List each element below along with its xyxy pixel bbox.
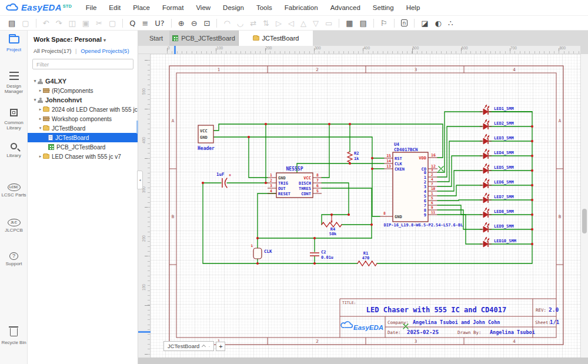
sidebar-item-recycle-bin[interactable]: Recycle Bin <box>0 328 28 345</box>
sidebar-item-design-manager[interactable]: Design Manager <box>0 72 28 94</box>
zoom-in-icon[interactable]: ⊕ <box>178 19 185 27</box>
tree-collapsed-icon[interactable]: ▸ <box>38 107 43 112</box>
vertical-scrollbar <box>580 54 588 358</box>
net-search-icon[interactable]: ≡ <box>142 19 148 27</box>
tree-item-workshop-components[interactable]: ▸Workshop components <box>28 114 138 123</box>
component-r2[interactable]: R21k <box>348 151 359 162</box>
svg-text:LED4_5MM: LED4_5MM <box>494 151 514 155</box>
menu-tools[interactable]: Tools <box>256 4 272 11</box>
folder-icon <box>253 36 259 41</box>
svg-text:LED Chaser with 555 IC and CD4: LED Chaser with 555 IC and CD4017 <box>366 306 506 314</box>
folder-icon <box>43 126 49 131</box>
align-bottom-icon: ▽ <box>313 19 319 27</box>
ruler-cursor-v <box>138 331 151 333</box>
lcsc-badge-icon: LCSC <box>8 183 21 191</box>
h-ruler-label: 100 <box>216 46 223 50</box>
workspace-selector[interactable]: Work Space: Personal ▾ <box>34 36 138 43</box>
schematic-canvas[interactable]: 11223344AABBVCCGNDHeader1uF+NE555P1GND2T… <box>151 54 580 358</box>
sheet-tab-jctestboard[interactable]: JCTestBoard · <box>163 341 214 351</box>
menu-items: File Edit Place Format View Design Tools… <box>86 4 420 11</box>
sidebar-item-jlcpcb[interactable]: JLC JLCPCB <box>0 215 28 233</box>
share-icon[interactable]: ∴ <box>448 19 453 27</box>
component-c2[interactable]: C20.01u <box>310 250 333 260</box>
tree-item-g4lxy[interactable]: ▾G4LXY <box>28 76 138 86</box>
svg-text:LED5_5MM: LED5_5MM <box>494 165 514 170</box>
chevron-up-icon[interactable] <box>202 345 206 349</box>
tree-collapsed-icon[interactable]: ▸ <box>38 154 43 159</box>
menu-help[interactable]: Help <box>406 4 420 11</box>
panel-collapse-handle[interactable]: ◂ <box>137 171 143 189</box>
tree-expanded-icon[interactable]: ▾ <box>32 98 38 102</box>
image-export-icon[interactable]: ▦ <box>346 19 353 27</box>
menu-advanced[interactable]: Advanced <box>330 4 360 11</box>
sidebar-item-support[interactable]: ? Support <box>0 249 28 266</box>
toolbar-separator <box>122 19 123 28</box>
sidebar-item-lcsc-parts[interactable]: LCSC LCSC Parts <box>0 180 28 198</box>
tree-item--r-components[interactable]: ▸(R)Components <box>28 86 138 95</box>
theme-icon[interactable]: ◐ <box>435 19 442 27</box>
tree-item-2024-old-led-chaser-with-555-jc[interactable]: ▸2024 old LED Chaser with 555 jc <box>28 105 138 114</box>
vertical-scrollbar-thumb[interactable] <box>582 209 587 233</box>
save-icon[interactable]: ▤ <box>8 19 15 27</box>
all-projects-link[interactable]: All Projects(17) <box>34 48 71 54</box>
pcb-icon <box>172 35 178 41</box>
menu-file[interactable]: File <box>86 4 97 11</box>
svg-text:CKEN: CKEN <box>395 167 405 172</box>
menubar: EasyEDA STD File Edit Place Format View … <box>0 0 588 16</box>
trash-icon <box>10 328 18 336</box>
tab-pcb-jctestboard[interactable]: PCB_JCTestBoard <box>169 31 239 46</box>
menu-edit[interactable]: Edit <box>109 4 121 11</box>
search-icon[interactable]: Q <box>129 19 135 27</box>
tree-item-jctestboard[interactable]: ▾JCTestBoard <box>28 123 138 133</box>
panel-scrollbar[interactable] <box>136 121 138 133</box>
menu-format[interactable]: Format <box>162 4 183 11</box>
add-sheet-button[interactable]: + <box>216 342 225 351</box>
tab-start[interactable]: Start <box>143 31 169 46</box>
filter-input[interactable] <box>32 59 133 69</box>
svg-text:LED9_5MM: LED9_5MM <box>494 224 514 229</box>
schematic-svg[interactable]: 11223344AABBVCCGNDHeader1uF+NE555P1GND2T… <box>151 54 580 358</box>
zoom-fit-icon[interactable]: ⊡ <box>204 19 211 27</box>
svg-text:U4: U4 <box>394 142 400 147</box>
component-r1[interactable]: R1470 <box>358 251 377 266</box>
tree-item-led-chaser-with-555-jc-v7[interactable]: ▸LED Chaser with 555 jc v7 <box>28 152 138 161</box>
tree-item-jctestboard[interactable]: JCTestBoard <box>28 133 138 142</box>
menu-fabrication[interactable]: Fabrication <box>285 4 318 11</box>
wizard-icon[interactable]: ⚐ <box>380 19 387 27</box>
component-clk[interactable]: 1CLK <box>250 243 272 259</box>
zoom-out-icon[interactable]: ⊖ <box>191 19 198 27</box>
tree-expanded-icon[interactable]: ▾ <box>38 126 43 131</box>
component-header[interactable]: VCCGNDHeader <box>198 125 215 151</box>
sheet-menu-icon[interactable]: · <box>208 343 210 349</box>
svg-text:7: 7 <box>424 203 426 208</box>
sidebar-item-library[interactable]: Library <box>0 141 28 158</box>
tree-collapsed-icon[interactable]: ▸ <box>38 116 43 121</box>
ruler-corner <box>138 46 151 54</box>
menu-view[interactable]: View <box>196 4 211 11</box>
opened-projects-link[interactable]: Opened Projects(5) <box>81 48 129 54</box>
layer-icon[interactable]: ▤ <box>360 19 367 27</box>
component-r4[interactable]: R450k <box>322 216 342 236</box>
tree-collapsed-icon[interactable]: ▸ <box>38 88 43 93</box>
schematic-wires[interactable] <box>203 112 532 263</box>
h-ruler-label: 0 <box>168 46 170 50</box>
svg-text:LED10_5MM: LED10_5MM <box>494 239 516 243</box>
sidebar-item-project[interactable]: Project <box>0 35 28 52</box>
tree-item-johncohnvt[interactable]: ▾Johncohnvt <box>28 95 138 105</box>
sidebar-item-common-library[interactable]: Common Library <box>0 108 28 131</box>
menu-design[interactable]: Design <box>223 4 244 11</box>
component-ne555p[interactable]: NE555P1GND2TRIG3OUT4RESET8VCC7DISCH6THRE… <box>268 166 322 198</box>
tree-expanded-icon[interactable]: ▾ <box>32 79 38 84</box>
unit-icon[interactable]: U? <box>155 19 164 27</box>
menu-place[interactable]: Place <box>133 4 150 11</box>
svg-text:NE555P: NE555P <box>286 166 303 172</box>
menu-setting[interactable]: Setting <box>373 4 394 11</box>
component-cap-1uf[interactable]: 1uF+ <box>216 172 231 188</box>
netlist-icon[interactable]: n <box>401 19 408 26</box>
tree-item-label: JCTestBoard <box>52 125 85 132</box>
tree-item-pcb-jctestboard[interactable]: PCB_JCTestBoard <box>28 142 138 152</box>
magnifier-icon <box>11 143 17 149</box>
snapshot-icon[interactable]: ◪ <box>421 19 428 27</box>
tab-jctestboard[interactable]: JCTestBoard <box>239 31 313 46</box>
svg-text:GND: GND <box>278 176 286 181</box>
